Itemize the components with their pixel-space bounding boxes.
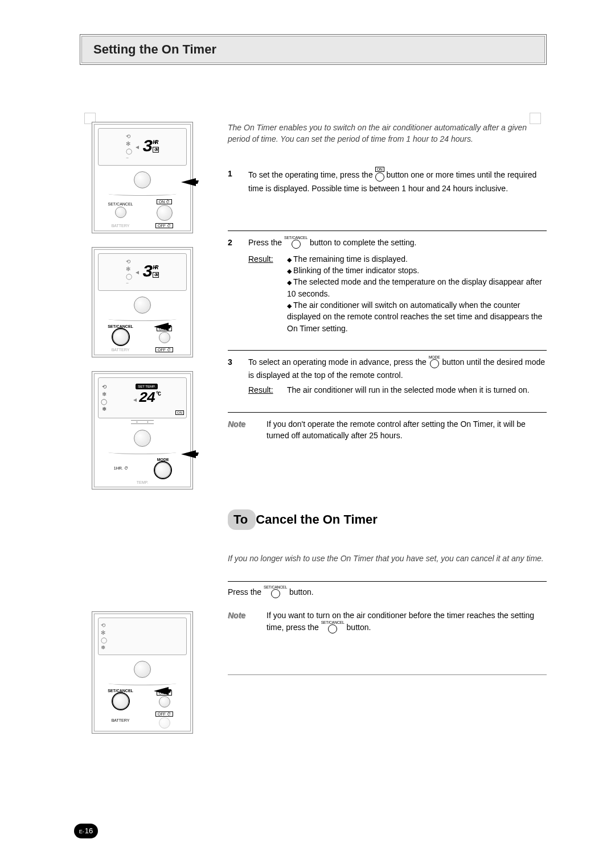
on-label: ON ⏱ — [157, 199, 172, 204]
result-list: The remaining time is displayed. Blinkin… — [287, 253, 547, 334]
swing-indicator-icon — [131, 420, 154, 424]
cancel-intro: If you no longer wish to use the On Time… — [228, 553, 547, 564]
set-cancel-button-icon — [113, 329, 129, 345]
figures-column: ⟲✻◯~ ◂ 3 HR ON SE — [80, 122, 205, 747]
note-block: Note If you don't operate the remote con… — [228, 413, 547, 447]
mode-button-icon — [155, 462, 171, 478]
cancel-note-text: If you want to turn on the air condition… — [266, 610, 547, 634]
set-cancel-icon: SET/CANCEL — [284, 236, 308, 249]
set-temp-label: SET TEMP. — [136, 384, 158, 389]
on-timer-button-icon — [157, 205, 173, 221]
lcd-mode-icons: ⟲✻◯~ — [126, 133, 132, 161]
step-number: 3 — [228, 356, 238, 396]
callout-arrow-icon — [181, 450, 196, 458]
result-item: Blinking of the timer indicator stops. — [287, 265, 547, 276]
result-item: The air conditioner will switch on autom… — [287, 299, 547, 334]
cancel-instruction: Press the SET/CANCEL button. — [228, 582, 547, 604]
mode-label: MODE — [157, 458, 169, 462]
remote-figure-1: ⟲✻◯~ ◂ 3 HR ON SE — [92, 122, 193, 233]
step-3: 3 To select an operating mode in advance… — [228, 350, 547, 412]
lcd-hours: 3 HR ON — [142, 137, 158, 157]
result-text: The air conditioner will run in the sele… — [287, 384, 530, 396]
callout-arrow-icon — [154, 687, 169, 695]
result-label: Result: — [248, 253, 279, 334]
result-label: Result: — [248, 384, 279, 396]
content-area: ⟲✻◯~ ◂ 3 HR ON SE — [80, 122, 547, 747]
set-cancel-label: SET/CANCEL — [108, 202, 133, 206]
step-2: 2 Press the SET/CANCEL button to complet… — [228, 231, 547, 350]
step-1: 1 To set the operating time, press the O… — [228, 162, 547, 210]
note-text: If you don't operate the remote control … — [266, 418, 547, 442]
result-item: The selected mode and the temperature on… — [287, 276, 547, 299]
instructions-column: The On Timer enables you to switch on th… — [205, 122, 547, 747]
temp-button-label: TEMP. — [137, 480, 149, 484]
step-body: To set the operating time, press the ON … — [248, 168, 547, 194]
step-number: 2 — [228, 237, 238, 334]
on-timer-icon: ON — [375, 167, 384, 182]
set-cancel-icon: SET/CANCEL — [321, 620, 345, 633]
intro-text: The On Timer enables you to switch on th… — [228, 122, 547, 145]
mode-icon: MODE — [429, 355, 440, 368]
set-cancel-button-icon — [115, 207, 126, 218]
remote-figure-3: ⟲❄◯❅ SET TEMP. ◂ 24°C ON — [92, 371, 193, 489]
result-item: The remaining time is displayed. — [287, 253, 547, 265]
one-hr-label: 1HR. ⏱ — [114, 466, 128, 470]
manual-page: Setting the On Timer ⟲✻◯~ ◂ 3 — [0, 0, 615, 868]
page-title: Setting the On Timer — [81, 36, 545, 63]
battery-label: BATTERY — [112, 224, 130, 228]
remote-figure-4: ⟲✻◯❅ SET/CANCEL ON ⏱ BATTERY OFF ⏱ — [92, 611, 193, 734]
off-label: OFF ⏱ — [155, 223, 173, 228]
remote-lcd: ⟲✻◯~ ◂ 3 HR ON — [98, 128, 187, 166]
remote-figure-2: ⟲✻◯~ ◂ 3 HR ON SET/CANCEL — [92, 247, 193, 357]
decorative-square — [530, 113, 541, 124]
note-label: Note — [228, 418, 259, 430]
note-label: Note — [228, 610, 259, 621]
callout-arrow-icon — [181, 178, 196, 186]
cancel-title: To Cancel the On Timer — [228, 509, 547, 530]
callout-arrow-icon — [154, 323, 169, 331]
set-cancel-icon: SET/CANCEL — [264, 585, 287, 598]
remote-dial — [134, 171, 151, 188]
title-frame: Setting the On Timer — [80, 34, 547, 65]
page-number-badge: E-16 — [74, 824, 98, 838]
cancel-section: To Cancel the On Timer If you no longer … — [228, 509, 547, 674]
set-cancel-button-icon — [113, 693, 129, 709]
cancel-note-block: Note If you want to turn on the air cond… — [228, 604, 547, 640]
lcd-temperature: 24°C — [139, 389, 160, 406]
step-number: 1 — [228, 168, 238, 194]
